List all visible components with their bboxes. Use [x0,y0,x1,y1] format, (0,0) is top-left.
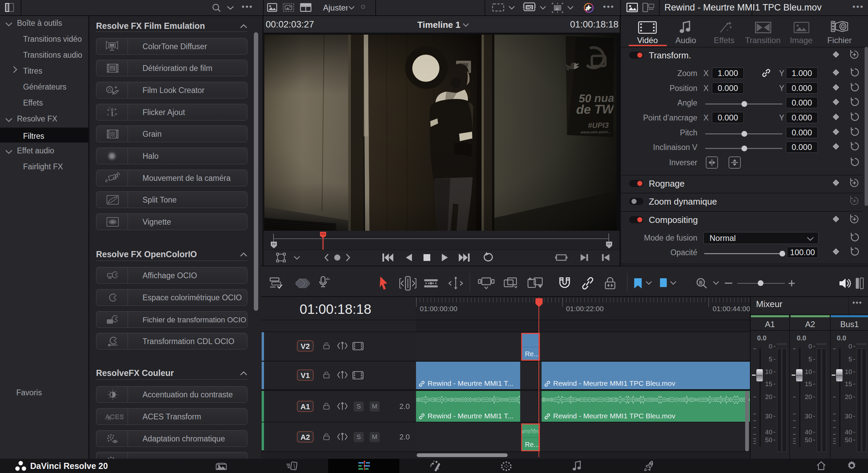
svg-text:01:00:00:00: 01:00:00:00 [420,305,457,313]
svg-text:HQ: HQ [527,5,532,10]
svg-text:01:00:44:00: 01:00:44:00 [713,305,750,313]
svg-text:01:00:22:00: 01:00:22:00 [566,305,604,313]
